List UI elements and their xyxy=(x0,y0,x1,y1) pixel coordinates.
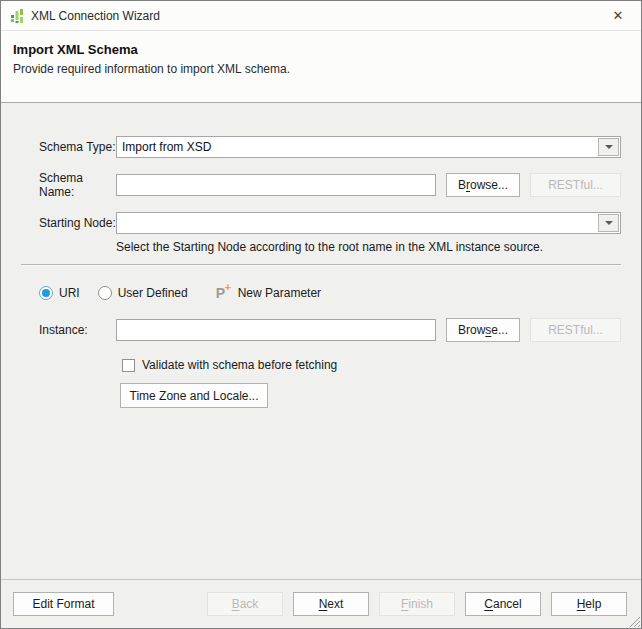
radio-uri-circle xyxy=(39,286,53,300)
window-title: XML Connection Wizard xyxy=(31,9,607,23)
radio-user-defined[interactable]: User Defined xyxy=(98,286,188,300)
schema-name-label: Schema Name: xyxy=(39,171,116,199)
starting-node-row: Starting Node: xyxy=(39,212,621,234)
finish-button[interactable]: Finish xyxy=(379,592,455,616)
schema-name-browse-button[interactable]: Browse... xyxy=(446,173,520,197)
instance-row: Instance: Browse... RESTful... xyxy=(39,318,621,342)
titlebar[interactable]: XML Connection Wizard ✕ xyxy=(1,1,641,31)
new-parameter-label: New Parameter xyxy=(238,286,321,300)
wizard-header: Import XML Schema Provide required infor… xyxy=(1,31,641,103)
footer-button-bar: Edit Format Back Next Finish Cancel Help xyxy=(1,579,641,628)
starting-node-dropdown-button[interactable] xyxy=(598,214,619,232)
next-button[interactable]: Next xyxy=(293,592,369,616)
source-mode-row: URI User Defined P + New Parameter xyxy=(39,285,621,301)
validate-checkbox-label: Validate with schema before fetching xyxy=(142,358,337,372)
chevron-down-icon xyxy=(605,145,613,149)
starting-node-hint: Select the Starting Node according to th… xyxy=(116,240,621,254)
instance-input[interactable] xyxy=(116,319,436,341)
cancel-button[interactable]: Cancel xyxy=(465,592,541,616)
schema-name-restful-button[interactable]: RESTful... xyxy=(530,173,621,197)
help-button[interactable]: Help xyxy=(551,592,627,616)
resize-grip-handle[interactable] xyxy=(627,614,640,627)
radio-uri[interactable]: URI xyxy=(39,286,80,300)
validate-checkbox-row[interactable]: Validate with schema before fetching xyxy=(122,358,621,372)
xml-connection-wizard-dialog: XML Connection Wizard ✕ Import XML Schem… xyxy=(0,0,642,629)
back-button[interactable]: Back xyxy=(207,592,283,616)
instance-label: Instance: xyxy=(39,323,116,337)
instance-restful-button[interactable]: RESTful... xyxy=(530,318,621,342)
schema-name-row: Schema Name: Browse... RESTful... xyxy=(39,171,621,199)
app-icon xyxy=(9,8,25,24)
chevron-down-icon xyxy=(605,221,613,225)
radio-uri-label: URI xyxy=(59,286,80,300)
schema-type-value: Import from XSD xyxy=(117,140,598,154)
radio-selected-dot xyxy=(42,289,50,297)
new-parameter-icon: P + xyxy=(216,285,232,301)
new-parameter-link[interactable]: P + New Parameter xyxy=(216,285,321,301)
schema-type-dropdown-button[interactable] xyxy=(598,138,619,156)
schema-type-label: Schema Type: xyxy=(39,140,116,154)
starting-node-dropdown[interactable] xyxy=(116,212,621,234)
page-subtitle: Provide required information to import X… xyxy=(13,62,629,76)
starting-node-label: Starting Node: xyxy=(39,216,116,230)
timezone-locale-button[interactable]: Time Zone and Locale... xyxy=(120,383,268,408)
close-icon[interactable]: ✕ xyxy=(607,5,629,27)
section-separator xyxy=(21,264,621,266)
schema-type-dropdown[interactable]: Import from XSD xyxy=(116,136,621,158)
schema-name-input[interactable] xyxy=(116,174,436,196)
schema-type-row: Schema Type: Import from XSD xyxy=(39,136,621,158)
radio-user-defined-circle xyxy=(98,286,112,300)
edit-format-button[interactable]: Edit Format xyxy=(13,592,114,616)
page-title: Import XML Schema xyxy=(13,42,629,57)
radio-user-defined-label: User Defined xyxy=(118,286,188,300)
wizard-content: Schema Type: Import from XSD Schema Name… xyxy=(1,103,641,579)
instance-browse-button[interactable]: Browse... xyxy=(446,318,520,342)
validate-checkbox[interactable] xyxy=(122,359,135,372)
